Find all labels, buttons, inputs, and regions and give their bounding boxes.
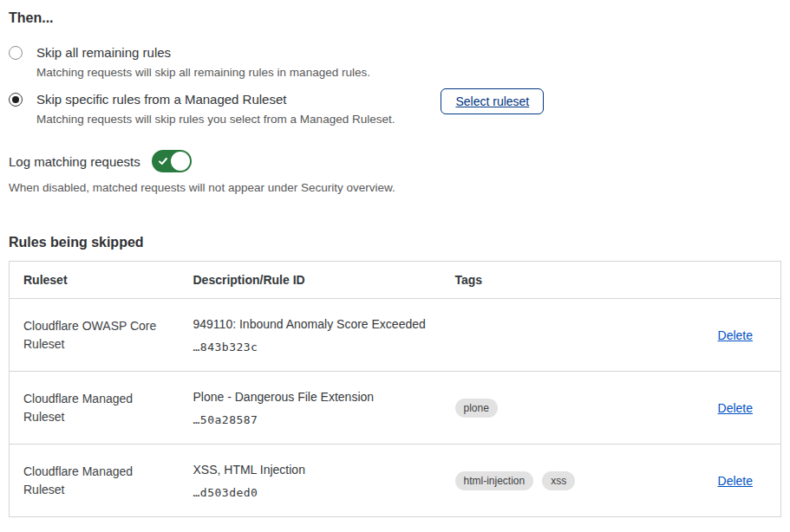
table-row: Cloudflare Managed Ruleset XSS, HTML Inj… — [10, 444, 781, 517]
log-matching-toggle[interactable] — [152, 150, 192, 172]
option-skip-specific-text: Skip specific rules from a Managed Rules… — [36, 91, 395, 127]
delete-link[interactable]: Delete — [718, 401, 753, 415]
option-skip-all-text: Skip all remaining rules Matching reques… — [36, 44, 370, 80]
tags-cell: plone — [441, 372, 667, 444]
option-label[interactable]: Skip all remaining rules — [36, 44, 370, 61]
log-matching-label: Log matching requests — [9, 154, 140, 169]
rules-skipped-table: Ruleset Description/Rule ID Tags Cloudfl… — [9, 261, 781, 517]
description-cell: XSS, HTML Injection …d503ded0 — [180, 444, 441, 517]
log-matching-row: Log matching requests — [9, 150, 780, 172]
action-cell: Delete — [667, 299, 781, 372]
rule-id: …50a28587 — [193, 413, 428, 426]
radio-skip-specific-rules[interactable] — [9, 93, 23, 107]
option-description: Matching requests will skip all remainin… — [36, 65, 370, 80]
ruleset-cell: Cloudflare OWASP Core Ruleset — [10, 299, 180, 372]
tag-pill: plone — [455, 399, 498, 418]
column-header-description: Description/Rule ID — [180, 262, 441, 299]
column-header-tags: Tags — [441, 262, 667, 299]
ruleset-cell: Cloudflare Managed Ruleset — [10, 444, 180, 517]
rule-id: …d503ded0 — [193, 486, 428, 499]
then-heading: Then... — [9, 10, 780, 26]
waf-rule-action-panel: Then... Skip all remaining rules Matchin… — [0, 0, 790, 517]
radio-skip-all-rules[interactable] — [9, 46, 23, 60]
table-header-row: Ruleset Description/Rule ID Tags — [10, 262, 781, 299]
option-description: Matching requests will skip rules you se… — [36, 112, 395, 127]
tags-cell: html-injectionxss — [441, 444, 667, 517]
option-skip-all: Skip all remaining rules Matching reques… — [9, 44, 780, 80]
tags-cell — [441, 299, 667, 372]
rule-id: …843b323c — [193, 341, 428, 354]
delete-link[interactable]: Delete — [718, 328, 753, 342]
rules-skipped-heading: Rules being skipped — [9, 234, 780, 250]
action-cell: Delete — [667, 372, 781, 444]
check-icon — [158, 156, 168, 166]
action-cell: Delete — [667, 444, 781, 517]
tag-pill: xss — [542, 471, 575, 490]
ruleset-cell: Cloudflare Managed Ruleset — [10, 372, 180, 444]
column-header-actions — [667, 262, 781, 299]
description-cell: 949110: Inbound Anomaly Score Exceeded …… — [180, 299, 441, 372]
table-row: Cloudflare Managed Ruleset Plone - Dange… — [10, 372, 781, 444]
rule-description: XSS, HTML Injection — [193, 462, 428, 477]
table-row: Cloudflare OWASP Core Ruleset 949110: In… — [10, 299, 781, 372]
description-cell: Plone - Dangerous File Extension …50a285… — [180, 372, 441, 444]
tag-pill: html-injection — [455, 471, 534, 490]
option-skip-specific-row: Skip specific rules from a Managed Rules… — [36, 91, 544, 127]
rule-description: 949110: Inbound Anomaly Score Exceeded — [193, 316, 428, 332]
column-header-ruleset: Ruleset — [10, 262, 180, 299]
select-ruleset-button[interactable]: Select ruleset — [441, 88, 544, 114]
toggle-knob — [171, 152, 190, 171]
log-matching-description: When disabled, matched requests will not… — [9, 180, 780, 195]
option-label[interactable]: Skip specific rules from a Managed Rules… — [36, 91, 395, 107]
delete-link[interactable]: Delete — [718, 474, 753, 488]
option-skip-specific: Skip specific rules from a Managed Rules… — [9, 91, 780, 127]
rule-description: Plone - Dangerous File Extension — [193, 389, 428, 405]
